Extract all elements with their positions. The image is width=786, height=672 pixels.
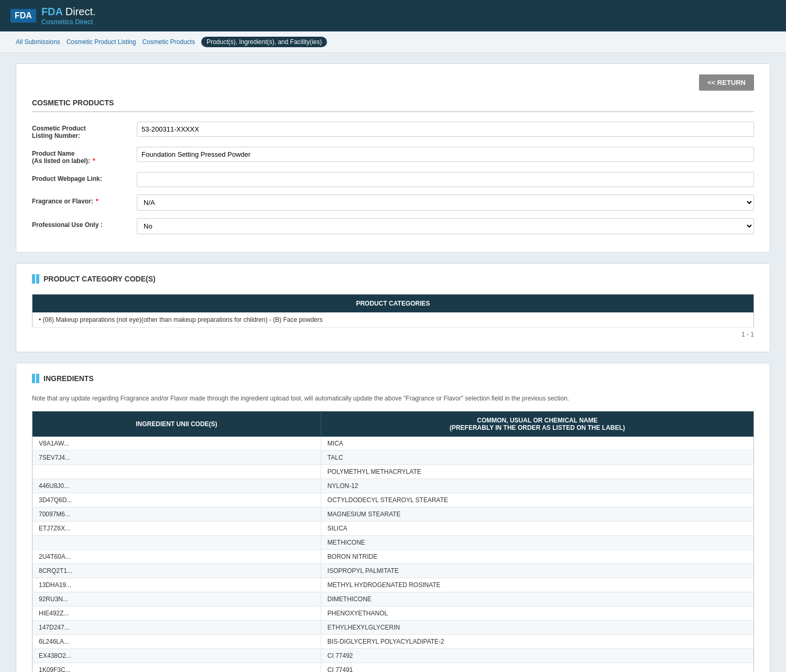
unii-code-cell: 92RU3N... [32,592,321,606]
unii-code-cell: 13DHA19... [32,578,321,592]
ingredient-row: V8A1AW...MICA [32,437,754,451]
ingredient-row: 446U8J0...NYLON-12 [32,479,754,493]
product-category-title: PRODUCT CATEGORY CODE(S) [43,275,156,283]
category-cell: • (08) Makeup preparations (not eye)(oth… [32,312,754,328]
logo-box: FDA [10,9,36,23]
chemical-name-cell: MICA [321,437,754,451]
header-title-direct: Direct. [66,6,96,17]
ingredient-row: 92RU3N...DIMETHICONE [32,592,754,606]
listing-number-input[interactable] [137,122,754,137]
ingredient-row: 13DHA19...METHYL HYDROGENATED ROSINATE [32,578,754,592]
chemical-name-cell: MAGNESIUM STEARATE [321,507,754,522]
product-categories-table: PRODUCT CATEGORIES • (08) Makeup prepara… [32,294,754,328]
product-categories-header: PRODUCT CATEGORIES [32,295,754,313]
unii-code-cell: 6L246LA... [32,635,321,649]
unii-code-cell [32,536,321,550]
ingredient-row: 1K09F3C...CI 77491 [32,663,754,673]
product-name-row: Product Name(As listed on label): * [32,147,754,165]
ingredient-row: 3D47Q6D...OCTYLDODECYL STEAROYL STEARATE [32,493,754,507]
chemical-name-cell: TALC [321,451,754,465]
unii-code-cell [32,465,321,479]
professional-use-row: Professional Use Only : No Yes [32,218,754,234]
header-title-fda: FDA [41,6,66,17]
chemical-name-cell: BIS-DIGLYCERYL POLYACYLADIPATE-2 [321,635,754,649]
header-title: FDA Direct. [41,6,96,18]
listing-number-row: Cosmetic ProductListing Number: [32,122,754,139]
fragrance-label: Fragrance or Flavor: * [32,194,137,205]
chemical-name-cell: SILICA [321,522,754,536]
ingredient-row: POLYMETHYL METHACRYLATE [32,465,754,479]
ingredients-note: Note that any update regarding Fragrance… [32,394,754,403]
unii-code-cell: V8A1AW... [32,437,321,451]
section-bar-icon [32,274,39,284]
unii-code-cell: 70097M6... [32,507,321,522]
ingredient-row: 7SEV7J4...TALC [32,451,754,465]
category-pagination: 1 - 1 [32,328,754,341]
fragrance-select[interactable]: N/A Fragrance Flavor [137,194,754,211]
category-row: • (08) Makeup preparations (not eye)(oth… [32,312,754,328]
product-category-card: PRODUCT CATEGORY CODE(S) PRODUCT CATEGOR… [16,263,770,352]
chemical-name-cell: POLYMETHYL METHACRYLATE [321,465,754,479]
chemical-name-col-header: COMMON, USUAL OR CHEMICAL NAME(PREFERABL… [321,411,754,437]
return-button-container: << RETURN [32,74,754,91]
ingredient-row: EX438O2...CI 77492 [32,649,754,663]
ingredient-row: HIE492Z...PHENOXYETHANOL [32,606,754,621]
chemical-name-cell: ISOPROPYL PALMITATE [321,564,754,578]
breadcrumb-cosmetic-product-listing[interactable]: Cosmetic Product Listing [67,38,136,46]
app-header: FDA FDA Direct. Cosmetics Direct [0,0,786,31]
product-name-label: Product Name(As listed on label): * [32,147,137,165]
unii-code-cell: 2U4T60A... [32,550,321,564]
cosmetic-products-title: COSMETIC PRODUCTS [32,99,754,112]
logo-text: FDA [15,11,32,20]
unii-code-cell: 446U8J0... [32,479,321,493]
product-category-header: PRODUCT CATEGORY CODE(S) [32,274,754,286]
header-branding: FDA Direct. Cosmetics Direct [41,6,96,26]
unii-code-cell: 147D247... [32,621,321,635]
ingredients-bar-icon-1 [32,374,35,383]
unii-code-cell: EX438O2... [32,649,321,663]
ingredient-row: 147D247...ETHYLHEXYLGLYCERIN [32,621,754,635]
professional-use-label: Professional Use Only : [32,218,137,229]
unii-code-cell: 8CRQ2T1... [32,564,321,578]
unii-col-header: INGREDIENT UNII CODE(S) [32,411,321,437]
webpage-link-label: Product Webpage Link: [32,172,137,182]
chemical-name-cell: PHENOXYETHANOL [321,606,754,621]
breadcrumb-cosmetic-products[interactable]: Cosmetic Products [142,38,195,46]
ingredient-row: 6L246LA...BIS-DIGLYCERYL POLYACYLADIPATE… [32,635,754,649]
unii-code-cell: 3D47Q6D... [32,493,321,507]
chemical-name-cell: METHICONE [321,536,754,550]
webpage-link-input[interactable] [137,172,754,187]
product-name-input[interactable] [137,147,754,162]
chemical-name-cell: CI 77491 [321,663,754,673]
ingredients-title: INGREDIENTS [43,374,94,383]
cosmetic-products-card: << RETURN COSMETIC PRODUCTS Cosmetic Pro… [16,63,770,253]
chemical-name-cell: METHYL HYDROGENATED ROSINATE [321,578,754,592]
ingredient-row: 2U4T60A...BORON NITRIDE [32,550,754,564]
bar-icon-2 [36,274,39,284]
ingredients-table: INGREDIENT UNII CODE(S) COMMON, USUAL OR… [32,411,754,672]
header-subtitle: Cosmetics Direct [41,18,96,26]
breadcrumb-all-submissions[interactable]: All Submissions [16,38,60,46]
unii-code-cell: ETJ7Z6X... [32,522,321,536]
ingredient-row: 70097M6...MAGNESIUM STEARATE [32,507,754,522]
chemical-name-cell: BORON NITRIDE [321,550,754,564]
ingredient-row: 8CRQ2T1...ISOPROPYL PALMITATE [32,564,754,578]
ingredients-bar-icon [32,374,39,383]
main-content: << RETURN COSMETIC PRODUCTS Cosmetic Pro… [0,53,786,672]
listing-number-label: Cosmetic ProductListing Number: [32,122,137,139]
chemical-name-cell: OCTYLDODECYL STEAROYL STEARATE [321,493,754,507]
breadcrumb-current: Product(s), Ingredient(s), and Facility(… [201,37,327,47]
breadcrumb: All Submissions Cosmetic Product Listing… [0,31,786,53]
return-button[interactable]: << RETURN [699,74,754,91]
ingredients-card: INGREDIENTS Note that any update regardi… [16,363,770,672]
ingredients-header: INGREDIENTS [32,374,754,386]
chemical-name-cell: DIMETHICONE [321,592,754,606]
ingredients-bar-icon-2 [36,374,39,383]
bar-icon-1 [32,274,35,284]
professional-use-select[interactable]: No Yes [137,218,754,234]
webpage-link-row: Product Webpage Link: [32,172,754,187]
unii-code-cell: HIE492Z... [32,606,321,621]
unii-code-cell: 7SEV7J4... [32,451,321,465]
chemical-name-cell: NYLON-12 [321,479,754,493]
chemical-name-cell: CI 77492 [321,649,754,663]
